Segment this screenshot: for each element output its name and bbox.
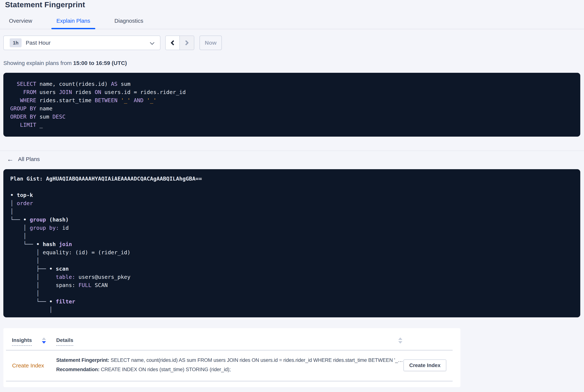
time-pager	[165, 36, 194, 50]
page-title: Statement Fingerprint	[5, 0, 584, 9]
time-range-select[interactable]: 1h Past Hour	[3, 36, 160, 50]
sort-icon-insights[interactable]	[42, 338, 46, 344]
back-arrow-icon: ←	[7, 156, 13, 162]
create-index-button[interactable]: Create Index	[404, 360, 446, 371]
sql-statement-code: SELECT name, count(rides.id) AS sum FROM…	[10, 80, 575, 129]
summary-prefix: Showing explain plans from	[3, 60, 72, 66]
summary-range: 15:00 to 16:59 (UTC)	[73, 60, 127, 66]
time-range-badge: 1h	[10, 38, 21, 47]
all-plans-label: All Plans	[18, 156, 40, 162]
plan-gist-card: Plan Gist: AgHUAQIABQAAAAHYAQIAiAEAAAADC…	[3, 169, 580, 317]
chevron-left-icon	[171, 40, 176, 46]
sort-up-triangle	[398, 338, 402, 340]
time-controls: 1h Past Hour Now	[3, 36, 584, 50]
sort-up-triangle	[42, 338, 46, 340]
recommendation-label: Recommendation:	[56, 367, 99, 372]
recommendation-detail-line: Recommendation: CREATE INDEX ON rides (s…	[56, 366, 411, 373]
table-row: Create Index Statement Fingerprint: SELE…	[3, 350, 460, 381]
sort-down-triangle	[42, 341, 46, 344]
tab-diagnostics-label: Diagnostics	[114, 18, 143, 24]
insight-type-link[interactable]: Create Index	[12, 362, 44, 369]
showing-plans-summary: Showing explain plans from 15:00 to 16:5…	[3, 60, 584, 66]
chevron-right-icon	[183, 40, 189, 46]
insights-table: Insights Details Create Index Statement …	[3, 328, 460, 387]
insight-details: Statement Fingerprint: SELECT name, coun…	[56, 357, 411, 373]
now-button[interactable]: Now	[199, 36, 222, 50]
tab-diagnostics[interactable]: Diagnostics	[114, 18, 143, 29]
fingerprint-text: SELECT name, count(rides.id) AS sum FROM…	[109, 358, 403, 363]
all-plans-link[interactable]: ← All Plans	[7, 156, 40, 162]
tab-explain-plans-label: Explain Plans	[56, 18, 90, 24]
tab-overview-label: Overview	[9, 18, 32, 24]
fingerprint-label: Statement Fingerprint:	[56, 358, 109, 363]
sort-icon-details[interactable]	[398, 338, 403, 344]
active-tab-underline	[51, 28, 95, 29]
sort-down-triangle	[398, 341, 402, 344]
plan-tree: • top-k │ order │ └── • group (hash) │ g…	[10, 191, 575, 314]
prev-interval-button[interactable]	[166, 36, 180, 50]
tab-overview[interactable]: Overview	[9, 18, 32, 29]
fingerprint-detail-line: Statement Fingerprint: SELECT name, coun…	[56, 357, 411, 363]
chevron-down-icon	[150, 40, 154, 45]
table-row-divider	[6, 381, 453, 382]
tab-bar: Overview Explain Plans Diagnostics	[0, 18, 584, 29]
sql-statement-card: SELECT name, count(rides.id) AS sum FROM…	[3, 73, 580, 136]
time-range-label: Past Hour	[26, 40, 50, 46]
tab-explain-plans[interactable]: Explain Plans	[56, 18, 90, 29]
plan-gist-line: Plan Gist: AgHUAQIABQAAAAHYAQIAiAEAAAADC…	[10, 174, 575, 183]
section-divider	[0, 150, 584, 151]
column-header-insights[interactable]: Insights	[12, 337, 32, 346]
column-header-details[interactable]: Details	[56, 337, 73, 346]
next-interval-button[interactable]	[180, 36, 194, 50]
recommendation-text: CREATE INDEX ON rides (start_time) STORI…	[99, 367, 231, 372]
